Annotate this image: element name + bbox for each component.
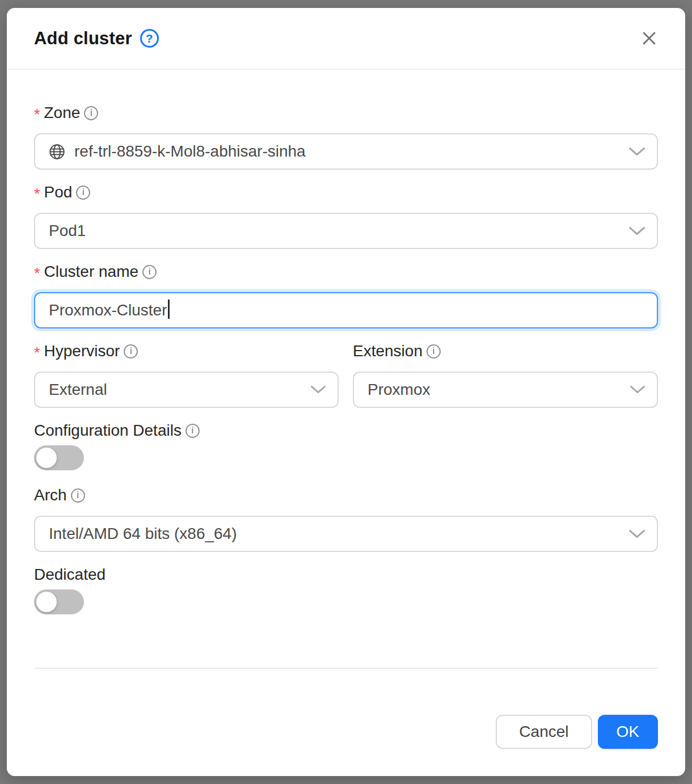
info-icon[interactable]: i [124,344,138,359]
modal-header: Add cluster ? [7,8,685,70]
cluster-name-label-row: * Cluster name i [34,263,658,281]
required-asterisk: * [34,344,40,362]
configuration-details-label-row: Configuration Details i [34,421,658,440]
cluster-name-input-value: Proxmox-Cluster [49,301,167,319]
extension-select[interactable]: Proxmox [353,372,658,408]
required-asterisk: * [34,264,40,283]
info-icon[interactable]: i [76,186,90,200]
cluster-name-input[interactable]: Proxmox-Cluster [34,292,658,328]
cancel-button[interactable]: Cancel [496,715,592,749]
hypervisor-select-value: External [49,381,303,399]
pod-select[interactable]: Pod1 [34,213,658,249]
zone-select[interactable]: ref-trl-8859-k-Mol8-abhisar-sinha [34,133,658,170]
extension-label: Extension [353,342,423,360]
arch-label-row: Arch i [34,486,658,504]
cluster-name-label: Cluster name [44,263,139,281]
pod-label-row: * Pod i [34,183,658,201]
configuration-details-label: Configuration Details [34,421,182,440]
hypervisor-select[interactable]: External [34,372,339,408]
dedicated-label: Dedicated [34,566,106,584]
form-item-extension: Extension i Proxmox [353,342,658,408]
arch-label: Arch [34,486,67,504]
chevron-down-icon [310,385,326,394]
extension-select-value: Proxmox [368,381,623,399]
form-item-cluster-name: * Cluster name i Proxmox-Cluster [34,263,658,328]
toggle-knob [36,448,57,468]
chevron-down-icon [628,147,645,157]
zone-label-row: * Zone i [34,104,658,122]
arch-select[interactable]: Intel/AMD 64 bits (x86_64) [34,516,658,552]
form-item-arch: Arch i Intel/AMD 64 bits (x86_64) [34,486,658,552]
modal-title: Add cluster [34,28,132,49]
hypervisor-label: Hypervisor [44,342,120,360]
extension-label-row: Extension i [353,342,658,360]
zone-select-value: ref-trl-8859-k-Mol8-abhisar-sinha [74,142,622,161]
hypervisor-label-row: * Hypervisor i [34,342,339,360]
ok-button[interactable]: OK [598,715,658,749]
modal-backdrop: Add cluster ? * Zone i [0,0,692,784]
close-icon[interactable] [640,29,658,47]
form-row-hypervisor-extension: * Hypervisor i External [34,342,658,408]
modal-body: * Zone i ref-trl-8859-k-Mol8- [7,70,685,649]
question-circle-icon[interactable]: ? [140,29,159,48]
arch-select-value: Intel/AMD 64 bits (x86_64) [49,525,622,543]
info-icon[interactable]: i [185,424,200,438]
info-icon[interactable]: i [84,106,98,120]
chevron-down-icon [628,226,645,236]
form-item-configuration-details: Configuration Details i [34,421,658,470]
info-icon[interactable]: i [142,265,157,279]
zone-label: Zone [44,104,81,122]
modal-footer: Cancel OK [7,669,685,776]
form-item-dedicated: Dedicated [34,566,658,614]
pod-select-value: Pod1 [49,222,622,240]
required-asterisk: * [34,185,40,203]
pod-label: Pod [44,183,73,201]
form-item-zone: * Zone i ref-trl-8859-k-Mol8- [34,104,658,170]
chevron-down-icon [628,529,645,539]
dedicated-label-row: Dedicated [34,566,658,584]
toggle-knob [36,592,57,612]
info-icon[interactable]: i [427,344,441,359]
info-icon[interactable]: i [71,488,85,503]
dedicated-toggle[interactable] [34,589,84,614]
required-asterisk: * [34,106,40,124]
form-item-pod: * Pod i Pod1 [34,183,658,249]
add-cluster-modal: Add cluster ? * Zone i [7,8,685,776]
chevron-down-icon [630,385,645,394]
text-caret [168,300,170,319]
configuration-details-toggle[interactable] [34,445,84,470]
form-item-hypervisor: * Hypervisor i External [34,342,339,408]
globe-icon [49,144,65,160]
